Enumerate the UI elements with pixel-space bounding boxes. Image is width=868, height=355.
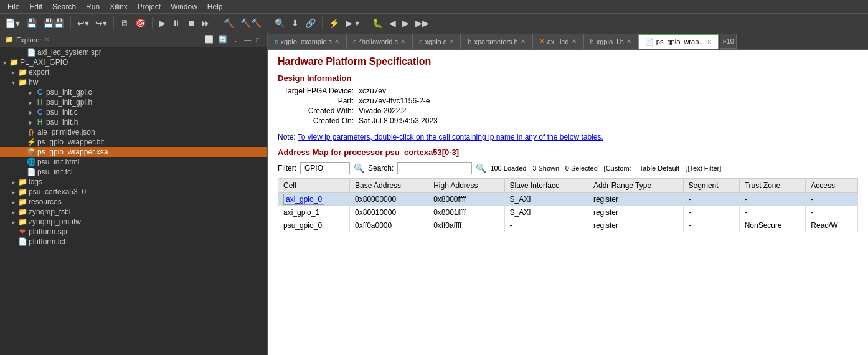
menu-project[interactable]: Project: [133, 1, 166, 12]
tab-xparameters-h[interactable]: h xparameters.h ✕: [461, 34, 532, 49]
undo-button[interactable]: ↩▾: [75, 17, 92, 29]
table-row[interactable]: axi_gpio_00x800000000x8000ffffS_AXIregis…: [278, 193, 858, 206]
tree-item-psu_init_gpl_c[interactable]: ▸Cpsu_init_gpl.c: [0, 87, 267, 97]
panel-menu-btn[interactable]: ⋮: [230, 35, 241, 44]
tree-toggle-logs[interactable]: ▸: [9, 179, 17, 186]
run-button[interactable]: ▶ ▾: [343, 17, 362, 29]
tree-item-platform_spr[interactable]: ❤platform.spr: [0, 227, 267, 237]
table-row[interactable]: psu_gpio_00xff0a00000xff0affff-register-…: [278, 219, 858, 232]
panel-sync-btn[interactable]: 🔄: [217, 35, 229, 44]
menu-edit[interactable]: Edit: [24, 1, 47, 12]
separator-2: [113, 17, 114, 29]
tree-toggle-psu_init_c[interactable]: ▸: [26, 109, 35, 116]
search-btn[interactable]: 🔍: [272, 17, 288, 29]
more-tabs-btn[interactable]: »10: [720, 34, 736, 49]
tree-toggle-export[interactable]: ▸: [9, 69, 17, 76]
tree-item-logs[interactable]: ▸📁logs: [0, 177, 267, 187]
menu-help[interactable]: Help: [202, 1, 228, 12]
explorer-id: ✕: [44, 36, 49, 43]
run-pause-button[interactable]: ▶: [156, 17, 168, 29]
link-button[interactable]: ⚡: [326, 17, 342, 29]
nav-fwd-button[interactable]: ▶: [400, 17, 412, 29]
tree-item-psu_init_html[interactable]: 🌐psu_init.html: [0, 157, 267, 167]
hw-content: Hardware Platform Specification Design I…: [268, 50, 868, 355]
note-link[interactable]: To view ip parameters, double-click on t…: [298, 133, 603, 141]
tree-item-pl_axi_gpio[interactable]: ▾📁PL_AXI_GPIO: [0, 57, 267, 67]
nav-back-button[interactable]: ◀: [387, 17, 399, 29]
suspend-button[interactable]: ⏸: [169, 17, 183, 29]
tree-item-platform_tcl[interactable]: 📄platform.tcl: [0, 237, 267, 247]
tab-xgpio-c[interactable]: c xgpio.c ✕: [412, 34, 461, 49]
tab-close-axi-led[interactable]: ✕: [572, 38, 577, 45]
program-button[interactable]: ⬇: [289, 17, 301, 29]
tree-container[interactable]: 📄axi_led_system.spr▾📁PL_AXI_GPIO▸📁export…: [0, 47, 267, 355]
nav-next-button[interactable]: ▶▶: [413, 17, 432, 29]
search-input[interactable]: [397, 162, 472, 174]
filter-icon[interactable]: 🔍: [354, 163, 364, 173]
tree-label-psu_init_html: psu_init.html: [37, 158, 79, 166]
search-icon[interactable]: 🔍: [476, 163, 486, 173]
step-over-button[interactable]: ⏭: [199, 17, 213, 29]
tab-close-xparameters[interactable]: ✕: [521, 38, 526, 45]
panel-maximize-btn[interactable]: □: [254, 35, 262, 44]
tree-toggle-psu_init_gpl_h[interactable]: ▸: [26, 99, 35, 106]
tree-item-zynqmp_fsbl[interactable]: ▸📁zynqmp_fsbl: [0, 207, 267, 217]
tree-toggle-zynqmp_pmufw[interactable]: ▸: [9, 219, 17, 225]
menu-file[interactable]: File: [2, 1, 24, 12]
tab-close-ps-gpio-wrap[interactable]: ✕: [707, 39, 712, 45]
panel-collapse-btn[interactable]: ⬜: [203, 35, 215, 44]
tab-xgpio-example-c[interactable]: c xgpio_example.c ✕: [268, 34, 346, 49]
tree-toggle-resources[interactable]: ▸: [9, 199, 17, 206]
tab-close-xgpio-l[interactable]: ✕: [626, 38, 631, 45]
tree-item-axi_led_system[interactable]: 📄axi_led_system.spr: [0, 47, 267, 57]
build-all-button[interactable]: 🔨🔨: [238, 17, 264, 29]
tab-close-xgpio-c[interactable]: ✕: [449, 38, 454, 45]
tab-xgpio-l-h[interactable]: h xgpio_l.h ✕: [583, 34, 638, 49]
debug-button[interactable]: 🖥: [118, 17, 131, 29]
debug2-button[interactable]: 🐛: [370, 17, 385, 29]
stop-button[interactable]: ⏹: [184, 17, 198, 29]
tree-item-resources[interactable]: ▸📁resources: [0, 197, 267, 207]
tab-ps-gpio-wrap[interactable]: 📄 ps_gpio_wrap... ✕: [638, 34, 719, 49]
filter-input[interactable]: [300, 162, 350, 174]
connect-button[interactable]: 🔗: [303, 17, 318, 29]
menu-search[interactable]: Search: [47, 1, 81, 12]
cell-6-row-2: Read/W: [806, 219, 858, 232]
tab-close-helloworld[interactable]: ✕: [400, 38, 405, 45]
redo-button[interactable]: ↪▾: [93, 17, 110, 29]
tree-item-ps_gpio_wrapper_xsa[interactable]: 📦ps_gpio_wrapper.xsa: [0, 147, 267, 157]
tree-item-zynqmp_pmufw[interactable]: ▸📁zynqmp_pmufw: [0, 217, 267, 227]
tree-item-psu_cortexa53_0[interactable]: ▸📁psu_cortexa53_0: [0, 187, 267, 197]
tab-close-xgpio-example[interactable]: ✕: [334, 38, 339, 45]
tree-toggle-psu_cortexa53_0[interactable]: ▸: [9, 189, 17, 196]
menu-run[interactable]: Run: [81, 1, 105, 12]
menu-window[interactable]: Window: [166, 1, 202, 12]
tab-axi-led[interactable]: ✕ axi_led ✕: [532, 34, 583, 49]
tree-item-psu_init_h[interactable]: ▸Hpsu_init.h: [0, 117, 267, 127]
tree-item-hw[interactable]: ▾📁hw: [0, 77, 267, 87]
panel-minimize-btn[interactable]: —: [242, 35, 253, 44]
col-trust-zone: Trust Zone: [739, 179, 806, 193]
tab-helloworld-c[interactable]: c *helloworld.c ✕: [346, 34, 412, 49]
build-button[interactable]: 🔨: [221, 17, 237, 29]
tree-item-ps_gpio_wrapper_bit[interactable]: ⚡ps_gpio_wrapper.bit: [0, 137, 267, 147]
target-button[interactable]: 🎯: [133, 17, 148, 29]
save-all-button[interactable]: 💾💾: [40, 17, 67, 29]
tree-toggle-hw[interactable]: ▾: [9, 79, 17, 86]
panel-header: 📁 Explorer ✕ ⬜ 🔄 ⋮ — □: [0, 32, 267, 47]
menu-xilinx[interactable]: Xilinx: [105, 1, 133, 12]
tree-label-platform_spr: platform.spr: [29, 227, 68, 236]
cell-link-0[interactable]: axi_gpio_0: [283, 194, 324, 205]
tree-toggle-pl_axi_gpio[interactable]: ▾: [0, 59, 9, 66]
tree-item-aie_primitive[interactable]: {}aie_primitive.json: [0, 127, 267, 137]
tree-item-psu_init_tcl[interactable]: 📄psu_init.tcl: [0, 167, 267, 177]
tree-item-psu_init_c[interactable]: ▸Cpsu_init.c: [0, 107, 267, 117]
tree-item-psu_init_gpl_h[interactable]: ▸Hpsu_init_gpl.h: [0, 97, 267, 107]
tree-toggle-psu_init_gpl_c[interactable]: ▸: [26, 89, 35, 96]
tree-toggle-zynqmp_fsbl[interactable]: ▸: [9, 209, 17, 215]
tree-item-export[interactable]: ▸📁export: [0, 67, 267, 77]
tree-toggle-psu_init_h[interactable]: ▸: [26, 119, 35, 126]
save-button[interactable]: 💾: [24, 17, 39, 29]
new-button[interactable]: 📄▾: [2, 17, 22, 29]
table-row[interactable]: axi_gpio_10x800100000x8001ffffS_AXIregis…: [278, 206, 858, 219]
